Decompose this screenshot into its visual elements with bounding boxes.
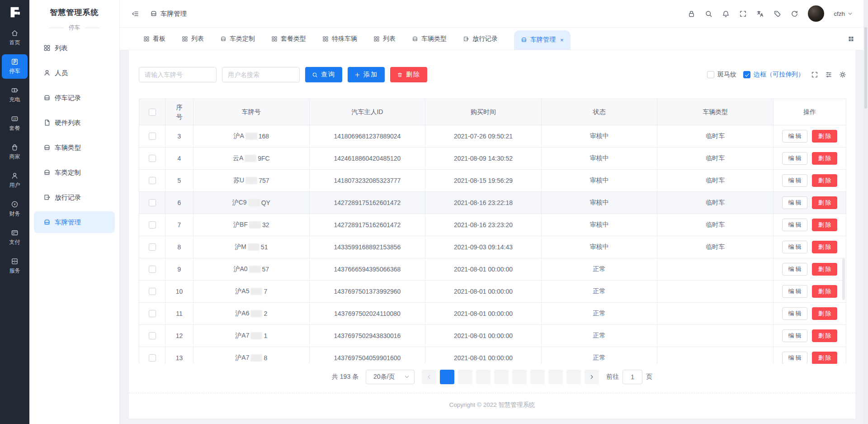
translate-icon[interactable] — [756, 10, 764, 18]
gear-icon[interactable] — [839, 71, 846, 78]
page-scrollbar[interactable] — [863, 0, 868, 424]
delete-button[interactable]: 删除 — [812, 196, 837, 209]
delete-button[interactable]: 删除 — [812, 152, 837, 165]
table-fullscreen-icon[interactable] — [811, 71, 818, 78]
page-number-button[interactable] — [476, 370, 491, 384]
collapse-sidebar-icon[interactable] — [132, 10, 139, 18]
tab[interactable]: 看板 — [143, 28, 165, 50]
search-icon[interactable] — [705, 10, 712, 18]
edit-button[interactable]: 编辑 — [782, 352, 807, 364]
tab[interactable]: 套餐类型 — [271, 28, 306, 50]
delete-button[interactable]: 删除 — [812, 352, 837, 364]
row-checkbox[interactable] — [149, 155, 156, 162]
row-checkbox[interactable] — [149, 332, 156, 339]
sidebar-menu-item[interactable]: 车牌管理 — [34, 211, 115, 233]
zebra-stripe-toggle[interactable]: 斑马纹 — [707, 71, 736, 79]
edit-button[interactable]: 编辑 — [782, 219, 807, 231]
tab[interactable]: 特殊车辆 — [322, 28, 357, 50]
table-scrollbar-thumb[interactable] — [842, 258, 845, 300]
rail-nav-item[interactable]: 首页 — [2, 26, 28, 50]
tag-icon[interactable] — [774, 10, 781, 18]
page-number-button[interactable] — [512, 370, 527, 384]
edit-button[interactable]: 编辑 — [782, 174, 807, 187]
delete-button[interactable]: 删除 — [390, 67, 427, 82]
select-all-checkbox[interactable] — [149, 109, 156, 116]
sidebar-menu-item[interactable]: 硬件列表 — [34, 112, 115, 133]
zebra-checkbox[interactable] — [707, 71, 714, 78]
edit-button[interactable]: 编辑 — [782, 263, 807, 276]
page-number-button[interactable] — [566, 370, 581, 384]
user-menu[interactable]: cfzh — [834, 10, 853, 17]
row-checkbox[interactable] — [149, 266, 156, 273]
row-checkbox[interactable] — [149, 133, 156, 140]
rail-nav-item[interactable]: 充电 — [2, 83, 28, 107]
tab[interactable]: 列表 — [373, 28, 396, 50]
tab[interactable]: 放行记录 — [463, 28, 498, 50]
border-checkbox[interactable] — [743, 71, 750, 78]
avatar[interactable] — [808, 5, 824, 22]
rail-nav-item[interactable]: ¥ 财务 — [2, 197, 28, 221]
sidebar-menu-item[interactable]: 人员 — [34, 62, 115, 84]
fullscreen-icon[interactable] — [739, 10, 747, 18]
rail-nav-item[interactable]: 支付 — [2, 225, 28, 250]
page-number-button[interactable] — [548, 370, 563, 384]
delete-button[interactable]: 删除 — [812, 285, 837, 298]
add-button[interactable]: 添加 — [348, 67, 385, 82]
tab[interactable]: 车类定制 — [220, 28, 255, 50]
sidebar-menu-item[interactable]: 放行记录 — [34, 186, 115, 208]
row-checkbox[interactable] — [149, 243, 156, 251]
row-checkbox[interactable] — [149, 310, 156, 317]
goto-page-input[interactable] — [623, 370, 642, 384]
page-number-button[interactable] — [530, 370, 545, 384]
refresh-icon[interactable] — [791, 10, 798, 18]
query-button[interactable]: 查询 — [305, 67, 342, 82]
prev-page-button[interactable] — [422, 370, 436, 384]
sidebar-menu-item[interactable]: 车辆类型 — [34, 137, 115, 158]
delete-button[interactable]: 删除 — [812, 174, 837, 187]
edit-button[interactable]: 编辑 — [782, 130, 807, 143]
page-size-select[interactable]: 20条/页 — [366, 370, 415, 384]
notification-bell-icon[interactable] — [722, 10, 730, 18]
plate-search-input[interactable] — [139, 67, 217, 82]
rail-nav-item[interactable]: 服务 — [2, 254, 28, 278]
delete-button[interactable]: 删除 — [812, 241, 837, 253]
sidebar-menu-item[interactable]: 列表 — [34, 37, 115, 59]
close-icon[interactable]: × — [560, 37, 564, 43]
sidebar-menu-item[interactable]: 停车记录 — [34, 87, 115, 109]
row-checkbox[interactable] — [149, 288, 156, 295]
edit-button[interactable]: 编辑 — [782, 285, 807, 298]
row-checkbox[interactable] — [149, 221, 156, 229]
sidebar-menu-item[interactable]: 车类定制 — [34, 162, 115, 183]
delete-button[interactable]: 删除 — [812, 219, 837, 231]
tab-options-grid-icon[interactable] — [848, 35, 854, 42]
username-search-input[interactable] — [222, 67, 300, 82]
edit-button[interactable]: 编辑 — [782, 152, 807, 165]
delete-button[interactable]: 删除 — [812, 263, 837, 276]
edit-button[interactable]: 编辑 — [782, 241, 807, 253]
tab[interactable]: 车牌管理 × — [514, 30, 571, 50]
delete-button[interactable]: 删除 — [812, 130, 837, 143]
row-checkbox[interactable] — [149, 354, 156, 362]
rail-nav-item[interactable]: 商家 — [2, 140, 28, 164]
tab[interactable]: 车辆类型 — [412, 28, 447, 50]
rail-nav-item[interactable]: VIP 套餐 — [2, 111, 28, 136]
rail-nav-item[interactable]: 停车 — [2, 54, 28, 79]
page-number-button[interactable] — [440, 370, 454, 384]
tab[interactable]: 列表 — [182, 28, 204, 50]
column-settings-icon[interactable] — [825, 71, 832, 78]
row-checkbox[interactable] — [149, 199, 156, 206]
edit-button[interactable]: 编辑 — [782, 196, 807, 209]
delete-button[interactable]: 删除 — [812, 307, 837, 320]
rail-nav-item[interactable]: 用户 — [2, 168, 28, 193]
edit-button[interactable]: 编辑 — [782, 329, 807, 342]
border-toggle[interactable]: 边框（可拉伸列） — [743, 71, 804, 79]
row-checkbox[interactable] — [149, 177, 156, 184]
lock-icon[interactable] — [688, 10, 695, 18]
page-scrollbar-thumb[interactable] — [864, 27, 867, 109]
next-page-button[interactable] — [585, 370, 599, 384]
page-number-button[interactable] — [494, 370, 509, 384]
delete-button[interactable]: 删除 — [812, 329, 837, 342]
edit-button[interactable]: 编辑 — [782, 307, 807, 320]
page-number-button[interactable] — [458, 370, 472, 384]
plus-icon — [354, 72, 360, 78]
